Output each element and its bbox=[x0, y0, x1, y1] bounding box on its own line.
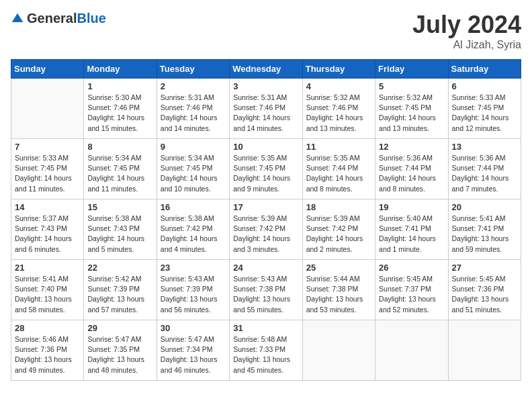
cell-info: Sunrise: 5:40 AMSunset: 7:41 PMDaylight:… bbox=[379, 214, 444, 255]
title-block: July 2024 Al Jizah, Syria bbox=[412, 11, 521, 51]
cell-info: Sunrise: 5:30 AMSunset: 7:46 PMDaylight:… bbox=[87, 93, 152, 134]
day-number: 20 bbox=[452, 202, 517, 212]
column-header-monday: Monday bbox=[84, 60, 157, 79]
day-number: 25 bbox=[306, 263, 371, 273]
cell-info: Sunrise: 5:35 AMSunset: 7:44 PMDaylight:… bbox=[306, 153, 371, 194]
cell-info: Sunrise: 5:45 AMSunset: 7:37 PMDaylight:… bbox=[379, 274, 444, 315]
day-number: 18 bbox=[306, 202, 371, 212]
calendar-cell bbox=[448, 320, 521, 381]
day-number: 7 bbox=[15, 142, 80, 152]
calendar-cell: 15Sunrise: 5:38 AMSunset: 7:43 PMDayligh… bbox=[84, 199, 157, 260]
calendar-location: Al Jizah, Syria bbox=[412, 39, 521, 51]
logo-general: General bbox=[27, 11, 77, 26]
calendar-cell: 22Sunrise: 5:42 AMSunset: 7:39 PMDayligh… bbox=[84, 260, 157, 320]
cell-info: Sunrise: 5:34 AMSunset: 7:45 PMDaylight:… bbox=[87, 153, 152, 194]
column-header-wednesday: Wednesday bbox=[230, 60, 302, 79]
calendar-week-row: 1Sunrise: 5:30 AMSunset: 7:46 PMDaylight… bbox=[11, 79, 521, 139]
column-header-thursday: Thursday bbox=[302, 60, 375, 79]
cell-info: Sunrise: 5:39 AMSunset: 7:42 PMDaylight:… bbox=[233, 214, 298, 255]
day-number: 28 bbox=[15, 323, 80, 333]
cell-info: Sunrise: 5:47 AMSunset: 7:35 PMDaylight:… bbox=[87, 334, 152, 375]
cell-info: Sunrise: 5:36 AMSunset: 7:44 PMDaylight:… bbox=[379, 153, 444, 194]
logo-blue: Blue bbox=[77, 11, 105, 26]
calendar-week-row: 7Sunrise: 5:33 AMSunset: 7:45 PMDaylight… bbox=[11, 139, 521, 199]
day-number: 16 bbox=[161, 202, 226, 212]
cell-info: Sunrise: 5:48 AMSunset: 7:33 PMDaylight:… bbox=[233, 334, 298, 375]
calendar-cell: 30Sunrise: 5:47 AMSunset: 7:34 PMDayligh… bbox=[157, 320, 229, 381]
calendar-cell: 9Sunrise: 5:34 AMSunset: 7:45 PMDaylight… bbox=[157, 139, 229, 199]
calendar-cell: 10Sunrise: 5:35 AMSunset: 7:45 PMDayligh… bbox=[230, 139, 302, 199]
cell-info: Sunrise: 5:44 AMSunset: 7:38 PMDaylight:… bbox=[306, 274, 371, 315]
calendar-cell: 4Sunrise: 5:32 AMSunset: 7:46 PMDaylight… bbox=[302, 79, 375, 139]
day-number: 2 bbox=[161, 81, 226, 91]
day-number: 10 bbox=[233, 142, 298, 152]
logo-icon bbox=[11, 12, 24, 26]
cell-info: Sunrise: 5:41 AMSunset: 7:41 PMDaylight:… bbox=[452, 214, 517, 255]
cell-info: Sunrise: 5:43 AMSunset: 7:38 PMDaylight:… bbox=[233, 274, 298, 315]
day-number: 11 bbox=[306, 142, 371, 152]
calendar-cell: 24Sunrise: 5:43 AMSunset: 7:38 PMDayligh… bbox=[230, 260, 302, 320]
column-header-sunday: Sunday bbox=[11, 60, 84, 79]
calendar-cell: 2Sunrise: 5:31 AMSunset: 7:46 PMDaylight… bbox=[157, 79, 229, 139]
calendar-cell: 20Sunrise: 5:41 AMSunset: 7:41 PMDayligh… bbox=[448, 199, 521, 260]
calendar-cell: 12Sunrise: 5:36 AMSunset: 7:44 PMDayligh… bbox=[375, 139, 448, 199]
svg-marker-0 bbox=[12, 13, 24, 21]
page-header: GeneralBlue July 2024 Al Jizah, Syria bbox=[11, 11, 521, 51]
day-number: 27 bbox=[452, 263, 517, 273]
day-number: 29 bbox=[87, 323, 152, 333]
day-number: 5 bbox=[379, 81, 444, 91]
calendar-cell: 23Sunrise: 5:43 AMSunset: 7:39 PMDayligh… bbox=[157, 260, 229, 320]
column-header-tuesday: Tuesday bbox=[157, 60, 229, 79]
column-header-saturday: Saturday bbox=[448, 60, 521, 79]
cell-info: Sunrise: 5:47 AMSunset: 7:34 PMDaylight:… bbox=[161, 334, 226, 375]
cell-info: Sunrise: 5:42 AMSunset: 7:39 PMDaylight:… bbox=[87, 274, 152, 315]
cell-info: Sunrise: 5:33 AMSunset: 7:45 PMDaylight:… bbox=[452, 93, 517, 134]
calendar-cell: 5Sunrise: 5:32 AMSunset: 7:45 PMDaylight… bbox=[375, 79, 448, 139]
day-number: 31 bbox=[233, 323, 298, 333]
day-number: 12 bbox=[379, 142, 444, 152]
cell-info: Sunrise: 5:33 AMSunset: 7:45 PMDaylight:… bbox=[15, 153, 80, 194]
day-number: 23 bbox=[161, 263, 226, 273]
cell-info: Sunrise: 5:32 AMSunset: 7:45 PMDaylight:… bbox=[379, 93, 444, 134]
cell-info: Sunrise: 5:34 AMSunset: 7:45 PMDaylight:… bbox=[161, 153, 226, 194]
day-number: 22 bbox=[87, 263, 152, 273]
cell-info: Sunrise: 5:35 AMSunset: 7:45 PMDaylight:… bbox=[233, 153, 298, 194]
day-number: 9 bbox=[161, 142, 226, 152]
calendar-week-row: 21Sunrise: 5:41 AMSunset: 7:40 PMDayligh… bbox=[11, 260, 521, 320]
calendar-cell: 17Sunrise: 5:39 AMSunset: 7:42 PMDayligh… bbox=[230, 199, 302, 260]
calendar-cell: 25Sunrise: 5:44 AMSunset: 7:38 PMDayligh… bbox=[302, 260, 375, 320]
cell-info: Sunrise: 5:46 AMSunset: 7:36 PMDaylight:… bbox=[15, 334, 80, 375]
column-header-friday: Friday bbox=[375, 60, 448, 79]
cell-info: Sunrise: 5:32 AMSunset: 7:46 PMDaylight:… bbox=[306, 93, 371, 134]
calendar-cell: 19Sunrise: 5:40 AMSunset: 7:41 PMDayligh… bbox=[375, 199, 448, 260]
calendar-cell: 28Sunrise: 5:46 AMSunset: 7:36 PMDayligh… bbox=[11, 320, 84, 381]
calendar-week-row: 28Sunrise: 5:46 AMSunset: 7:36 PMDayligh… bbox=[11, 320, 521, 381]
calendar-cell: 31Sunrise: 5:48 AMSunset: 7:33 PMDayligh… bbox=[230, 320, 302, 381]
cell-info: Sunrise: 5:43 AMSunset: 7:39 PMDaylight:… bbox=[161, 274, 226, 315]
day-number: 8 bbox=[87, 142, 152, 152]
cell-info: Sunrise: 5:45 AMSunset: 7:36 PMDaylight:… bbox=[452, 274, 517, 315]
day-number: 17 bbox=[233, 202, 298, 212]
calendar-cell: 8Sunrise: 5:34 AMSunset: 7:45 PMDaylight… bbox=[84, 139, 157, 199]
day-number: 1 bbox=[87, 81, 152, 91]
calendar-cell: 29Sunrise: 5:47 AMSunset: 7:35 PMDayligh… bbox=[84, 320, 157, 381]
cell-info: Sunrise: 5:31 AMSunset: 7:46 PMDaylight:… bbox=[233, 93, 298, 134]
day-number: 3 bbox=[233, 81, 298, 91]
day-number: 19 bbox=[379, 202, 444, 212]
day-number: 26 bbox=[379, 263, 444, 273]
calendar-header-row: SundayMondayTuesdayWednesdayThursdayFrid… bbox=[11, 60, 521, 79]
day-number: 4 bbox=[306, 81, 371, 91]
day-number: 21 bbox=[15, 263, 80, 273]
calendar-cell: 27Sunrise: 5:45 AMSunset: 7:36 PMDayligh… bbox=[448, 260, 521, 320]
calendar-cell: 16Sunrise: 5:38 AMSunset: 7:42 PMDayligh… bbox=[157, 199, 229, 260]
day-number: 13 bbox=[452, 142, 517, 152]
day-number: 30 bbox=[161, 323, 226, 333]
cell-info: Sunrise: 5:38 AMSunset: 7:43 PMDaylight:… bbox=[87, 214, 152, 255]
logo: GeneralBlue bbox=[11, 11, 106, 26]
cell-info: Sunrise: 5:39 AMSunset: 7:42 PMDaylight:… bbox=[306, 214, 371, 255]
day-number: 24 bbox=[233, 263, 298, 273]
calendar-cell: 7Sunrise: 5:33 AMSunset: 7:45 PMDaylight… bbox=[11, 139, 84, 199]
cell-info: Sunrise: 5:31 AMSunset: 7:46 PMDaylight:… bbox=[161, 93, 226, 134]
calendar-cell: 18Sunrise: 5:39 AMSunset: 7:42 PMDayligh… bbox=[302, 199, 375, 260]
calendar-cell: 3Sunrise: 5:31 AMSunset: 7:46 PMDaylight… bbox=[230, 79, 302, 139]
